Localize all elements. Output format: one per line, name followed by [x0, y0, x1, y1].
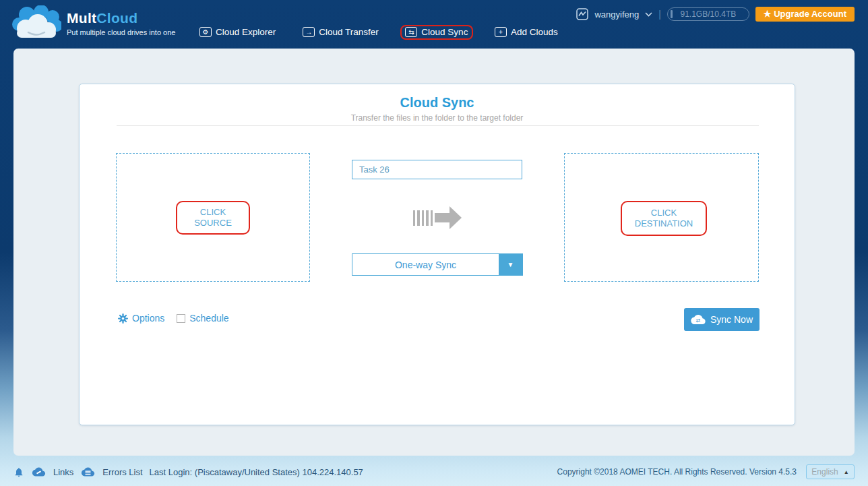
nav-item-add-clouds[interactable]: + Add Clouds [489, 24, 563, 40]
sync-mode-value: One-way Sync [352, 254, 499, 275]
nav-label: Add Clouds [511, 27, 558, 37]
bell-icon[interactable] [13, 466, 24, 478]
header: MultCloud Put multiple cloud drives into… [0, 0, 868, 49]
cloud-list-icon[interactable] [80, 466, 96, 477]
page-title: Cloud Sync [80, 95, 795, 111]
dropdown-arrow-icon[interactable]: ▼ [499, 254, 522, 275]
storage-usage-badge[interactable]: 91.1GB/10.4TB [667, 7, 749, 21]
cloud-sync-icon: ⇄ [691, 314, 706, 325]
footer-left: Links Errors List Last Login: (Piscatawa… [13, 466, 363, 478]
click-destination-label: CLICK DESTINATION [633, 208, 694, 229]
multcloud-app: MultCloud Put multiple cloud drives into… [0, 0, 868, 486]
last-login-text: Last Login: (Piscataway/United States) 1… [150, 467, 363, 477]
multcloud-logo-icon [11, 5, 61, 40]
annotation-click-source: CLICK SOURCE [176, 201, 250, 235]
footer-right: Copyright ©2018 AOMEI TECH. All Rights R… [557, 464, 855, 479]
annotation-click-destination: CLICK DESTINATION [621, 201, 707, 236]
links-link[interactable]: Links [53, 467, 73, 477]
schedule-label[interactable]: Schedule [189, 313, 228, 324]
click-source-label: CLICK SOURCE [183, 207, 243, 229]
cloud-link-icon[interactable] [31, 466, 46, 477]
folder-gear-icon: ⚙ [199, 27, 212, 37]
main-nav: ⚙ Cloud Explorer → Cloud Transfer ⇆ Clou… [194, 24, 563, 40]
gear-icon[interactable] [118, 313, 128, 324]
options-link[interactable]: Options [132, 313, 164, 324]
brand-mult: Mult [67, 10, 96, 26]
nav-item-cloud-sync[interactable]: ⇆ Cloud Sync [400, 25, 473, 40]
cloud-sync-card: Cloud Sync Transfer the files in the fol… [79, 84, 795, 425]
transfer-direction-arrow-icon [413, 206, 462, 230]
page-subtitle: Transfer the files in the folder to the … [80, 113, 795, 123]
sync-now-label: Sync Now [710, 314, 753, 325]
logo[interactable]: MultCloud Put multiple cloud drives into… [11, 5, 175, 40]
chevron-up-icon: ▲ [844, 469, 849, 475]
divider [117, 125, 759, 126]
user-avatar-icon[interactable] [576, 8, 588, 20]
footer: Links Errors List Last Login: (Piscatawa… [0, 458, 868, 486]
sync-now-button[interactable]: ⇄ Sync Now [684, 308, 760, 331]
sync-mode-dropdown[interactable]: One-way Sync ▼ [352, 253, 523, 276]
upgrade-account-button[interactable]: ★ Upgrade Account [755, 7, 855, 22]
nav-item-cloud-explorer[interactable]: ⚙ Cloud Explorer [194, 24, 281, 40]
logo-text: MultCloud Put multiple cloud drives into… [67, 10, 175, 36]
folder-sync-icon: ⇆ [405, 27, 417, 37]
nav-label: Cloud Explorer [216, 27, 276, 37]
chevron-down-icon[interactable] [645, 12, 652, 17]
svg-text:⇄: ⇄ [696, 317, 701, 324]
storage-fill-bar [671, 10, 673, 18]
nav-label: Cloud Transfer [319, 27, 379, 37]
errors-list-link[interactable]: Errors List [102, 467, 142, 477]
user-bar: wangyifeng | 91.1GB/10.4TB ★ Upgrade Acc… [576, 7, 855, 22]
language-selector[interactable]: English ▲ [806, 464, 855, 479]
language-value: English [811, 467, 838, 477]
brand-name: MultCloud [67, 10, 175, 26]
separator: | [658, 9, 661, 20]
options-row: Options Schedule [118, 313, 229, 324]
folder-arrow-icon: → [303, 27, 315, 37]
folder-plus-icon: + [495, 27, 507, 37]
brand-tagline: Put multiple cloud drives into one [67, 28, 175, 36]
task-name-input[interactable] [352, 160, 522, 179]
storage-usage-text: 91.1GB/10.4TB [681, 9, 737, 19]
nav-label: Cloud Sync [421, 27, 468, 37]
nav-item-cloud-transfer[interactable]: → Cloud Transfer [297, 24, 384, 40]
schedule-checkbox[interactable] [177, 314, 185, 323]
username[interactable]: wangyifeng [594, 9, 639, 20]
copyright-text: Copyright ©2018 AOMEI TECH. All Rights R… [557, 467, 797, 477]
brand-cloud: Cloud [96, 10, 137, 26]
